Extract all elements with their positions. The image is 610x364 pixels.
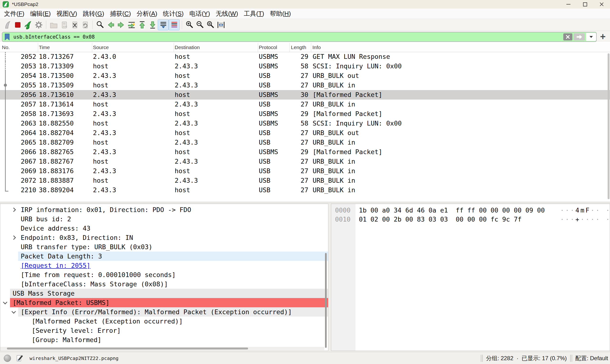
menu-item[interactable]: 统计(S): [161, 10, 186, 18]
go-to-packet-button[interactable]: [126, 20, 137, 30]
stop-capture-icon: [13, 21, 22, 29]
detail-line[interactable]: [bInterfaceClass: Mass Storage (0x08)]: [0, 279, 328, 289]
auto-scroll-button[interactable]: [158, 19, 169, 30]
packet-row[interactable]: 221038.8892042.43.3hostUSB27URB_BULK in: [0, 185, 610, 195]
save-file-button[interactable]: 0101: [59, 20, 69, 30]
cell-destination: host: [174, 185, 258, 195]
packet-row[interactable]: 206518.882709host2.43.3USB27URB_BULK in: [0, 138, 610, 147]
filter-bookmark-icon[interactable]: [2, 33, 12, 40]
detail-line[interactable]: Packet Data Length: 3: [0, 252, 328, 261]
find-packet-button[interactable]: [95, 20, 105, 30]
open-file-button[interactable]: [48, 20, 59, 30]
menu-item[interactable]: 电话(Y): [187, 10, 212, 18]
column-header-no[interactable]: No.: [0, 43, 38, 52]
column-header-source[interactable]: Source: [92, 43, 174, 52]
packet-row[interactable]: 206418.8827042.43.3hostUSB27URB_BULK out: [0, 128, 610, 138]
packet-row[interactable]: 207218.883887host2.43.3USB27URB_BULK in: [0, 176, 610, 185]
go-back-button[interactable]: [105, 20, 116, 30]
colorize-button[interactable]: [169, 19, 180, 30]
expert-info-indicator[interactable]: [4, 355, 11, 362]
detail-line[interactable]: [Expert Info (Error/Malformed): Malforme…: [0, 307, 328, 317]
cell-info: URB_BULK in: [311, 100, 610, 109]
capture-options-button[interactable]: [33, 20, 44, 30]
detail-line[interactable]: [Time from request: 0.000101000 seconds]: [0, 270, 328, 279]
menu-item[interactable]: 跳转(G): [81, 10, 106, 18]
packet-row[interactable]: 205718.713614host2.43.3USB27URB_BULK in: [0, 100, 610, 109]
scrollbar-thumb[interactable]: [7, 348, 248, 350]
detail-line[interactable]: [Group: Malformed]: [0, 335, 328, 344]
menu-item[interactable]: 捕获(C): [108, 10, 133, 18]
column-header-destination[interactable]: Destination: [174, 43, 258, 52]
status-divider[interactable]: [481, 355, 483, 362]
add-filter-button[interactable]: +: [597, 31, 608, 42]
menu-item[interactable]: 帮助(H): [268, 10, 293, 18]
zoom-out-button[interactable]: [195, 20, 205, 30]
go-last-button[interactable]: [147, 20, 158, 30]
stop-capture-button[interactable]: [13, 20, 23, 30]
minimize-button[interactable]: [560, 0, 577, 9]
packet-row[interactable]: 205418.7135002.43.3hostUSB27URB_BULK out: [0, 71, 610, 80]
packet-row[interactable]: 206318.882550host2.43.3USBMS58SCSI: Inqu…: [0, 119, 610, 128]
profile-label[interactable]: 配置: Default: [575, 354, 608, 362]
column-header-time[interactable]: Time: [38, 43, 92, 52]
apply-filter-button[interactable]: [574, 33, 585, 40]
hex-row[interactable]: 001001 02 00 2b 00 83 03 03 00 00 00 fc …: [331, 215, 610, 224]
packet-row[interactable]: 205818.7136932.43.3hostUSBMS29[Malformed…: [0, 109, 610, 119]
zoom-reset-button[interactable]: [205, 20, 216, 30]
clear-filter-button[interactable]: [563, 33, 572, 40]
menu-item[interactable]: 编辑(E): [28, 10, 53, 18]
detail-line[interactable]: Endpoint: 0x83, Direction: IN: [0, 233, 328, 242]
menu-bar: 文件(F)编辑(E)视图(V)跳转(G)捕获(C)分析(A)统计(S)电话(Y)…: [0, 9, 610, 19]
scrollbar-thumb[interactable]: [608, 53, 610, 199]
packet-row[interactable]: 206718.882767host2.43.3USB27URB_BULK in: [0, 157, 610, 166]
packet-row[interactable]: 205618.7136102.43.3hostUSBMS30[Malformed…: [0, 90, 610, 100]
detail-line[interactable]: [Malformed Packet: USBMS]: [0, 298, 328, 307]
restart-capture-button[interactable]: [23, 20, 33, 30]
cell-source: host: [92, 138, 174, 147]
go-forward-button[interactable]: [116, 20, 126, 30]
status-divider[interactable]: [570, 355, 572, 362]
detail-line[interactable]: IRP information: 0x01, Direction: PDO ->…: [0, 205, 328, 214]
packet-row[interactable]: 205318.713309host2.43.3USBMS58SCSI: Inqu…: [0, 62, 610, 71]
reload-file-button[interactable]: [80, 20, 90, 30]
menu-item[interactable]: 分析(A): [134, 10, 159, 18]
packet-row[interactable]: 206918.8831762.43.3hostUSB27URB_BULK in: [0, 166, 610, 176]
packet-list-scrollbar[interactable]: [608, 53, 610, 199]
detail-line[interactable]: [Severity level: Error]: [0, 326, 328, 335]
detail-line[interactable]: USB Mass Storage: [0, 289, 328, 298]
filter-dropdown-button[interactable]: [586, 33, 596, 41]
capture-comment-icon[interactable]: [16, 354, 23, 362]
column-header-protocol[interactable]: Protocol: [258, 43, 290, 52]
hex-row[interactable]: 00001b 00 a0 34 6d 46 0a e1 ff ff 00 00 …: [331, 206, 610, 215]
display-filter-field[interactable]: usb.bInterfaceClass == 0x08: [2, 32, 597, 42]
close-button[interactable]: [593, 0, 610, 9]
detail-line[interactable]: Device address: 43: [0, 224, 328, 233]
hex-ascii: ···4mF·· ········: [560, 206, 610, 215]
packet-row[interactable]: 205518.713509host2.43.3USB27URB_BULK in: [0, 80, 610, 90]
start-capture-button[interactable]: [2, 20, 13, 30]
detail-line[interactable]: [Request in: 2055]: [0, 261, 328, 270]
detail-vertical-scrollbar[interactable]: [325, 253, 327, 348]
detail-line[interactable]: URB bus id: 2: [0, 214, 328, 224]
column-header-length[interactable]: Length: [290, 43, 311, 52]
cell-no: 2210: [0, 185, 38, 195]
pane-splitter[interactable]: [0, 202, 610, 204]
resize-columns-button[interactable]: [216, 20, 226, 30]
packet-row[interactable]: 205218.7132672.43.0hostUSBMS29GET MAX LU…: [0, 52, 610, 62]
detail-line[interactable]: URB transfer type: URB_BULK (0x03): [0, 242, 328, 252]
menu-item[interactable]: 文件(F): [2, 10, 26, 18]
cell-no: 2072: [0, 176, 38, 185]
detail-line[interactable]: [Malformed Packet (Exception occurred)]: [0, 317, 328, 326]
packet-row[interactable]: 206618.8827652.43.3hostUSBMS29[Malformed…: [0, 147, 610, 157]
go-first-button[interactable]: [137, 20, 147, 30]
close-file-button[interactable]: [69, 20, 80, 30]
display-filter-input[interactable]: usb.bInterfaceClass == 0x08: [12, 34, 563, 40]
menu-item[interactable]: 工具(T): [242, 10, 266, 18]
detail-horizontal-scrollbar[interactable]: [0, 347, 324, 350]
menu-item[interactable]: 无线(W): [213, 10, 240, 18]
column-header-info[interactable]: Info: [311, 43, 610, 52]
toolbar-separator: [182, 21, 182, 29]
restore-button[interactable]: [577, 0, 593, 9]
menu-item[interactable]: 视图(V): [54, 10, 79, 18]
zoom-in-button[interactable]: [184, 20, 195, 30]
